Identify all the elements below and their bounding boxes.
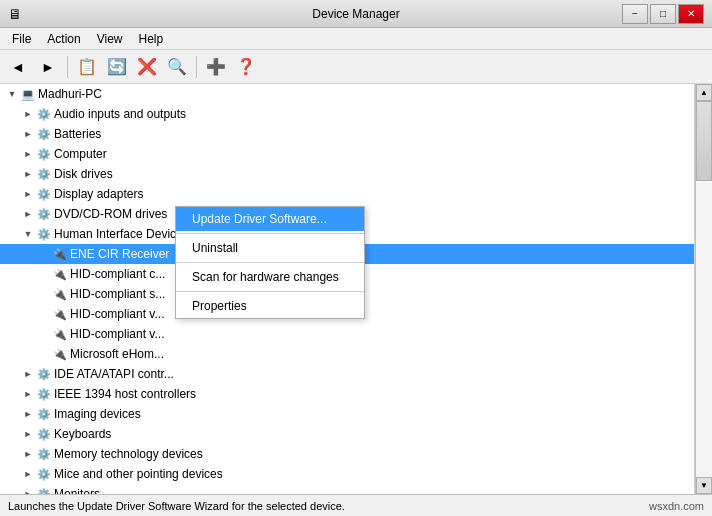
title-bar-controls: − □ ✕ (622, 4, 704, 24)
menu-help[interactable]: Help (131, 30, 172, 48)
label-mice: Mice and other pointing devices (54, 467, 223, 481)
icon-display: ⚙️ (36, 186, 52, 202)
tree-item-imaging[interactable]: ►⚙️Imaging devices (0, 404, 694, 424)
update-driver-button[interactable]: 🔄 (103, 53, 131, 81)
icon-hidc1: 🔌 (52, 266, 68, 282)
forward-button[interactable]: ► (34, 53, 62, 81)
expand-ieee[interactable]: ► (20, 386, 36, 402)
icon-hidv2: 🔌 (52, 326, 68, 342)
icon-keyboards: ⚙️ (36, 426, 52, 442)
expand-mice[interactable]: ► (20, 466, 36, 482)
menu-view[interactable]: View (89, 30, 131, 48)
icon-monitors: ⚙️ (36, 486, 52, 494)
expand-microsoft (36, 346, 52, 362)
scrollbar[interactable]: ▲ ▼ (695, 84, 712, 494)
menu-bar: File Action View Help (0, 28, 712, 50)
expand-ide[interactable]: ► (20, 366, 36, 382)
expand-memory[interactable]: ► (20, 446, 36, 462)
maximize-button[interactable]: □ (650, 4, 676, 24)
close-button[interactable]: ✕ (678, 4, 704, 24)
title-bar-left: 🖥 (8, 6, 22, 22)
icon-mice: ⚙️ (36, 466, 52, 482)
icon-imaging: ⚙️ (36, 406, 52, 422)
icon-ide: ⚙️ (36, 366, 52, 382)
tree-item-mice[interactable]: ►⚙️Mice and other pointing devices (0, 464, 694, 484)
tree-panel[interactable]: ▼💻Madhuri-PC►⚙️Audio inputs and outputs►… (0, 84, 695, 494)
menu-file[interactable]: File (4, 30, 39, 48)
tree-item-hidv2[interactable]: 🔌HID-compliant v... (0, 324, 694, 344)
expand-hidc2 (36, 286, 52, 302)
tree-item-madhuri[interactable]: ▼💻Madhuri-PC (0, 84, 694, 104)
icon-hidc2: 🔌 (52, 286, 68, 302)
scroll-up-button[interactable]: ▲ (696, 84, 712, 101)
icon-batteries: ⚙️ (36, 126, 52, 142)
expand-disk[interactable]: ► (20, 166, 36, 182)
expand-imaging[interactable]: ► (20, 406, 36, 422)
back-button[interactable]: ◄ (4, 53, 32, 81)
app-icon: 🖥 (8, 6, 22, 22)
expand-monitors[interactable]: ► (20, 486, 36, 494)
label-display: Display adapters (54, 187, 143, 201)
label-monitors: Monitors (54, 487, 100, 494)
tree-item-keyboards[interactable]: ►⚙️Keyboards (0, 424, 694, 444)
title-bar: 🖥 Device Manager − □ ✕ (0, 0, 712, 28)
tree-item-audio[interactable]: ►⚙️Audio inputs and outputs (0, 104, 694, 124)
ctx-scan[interactable]: Scan for hardware changes (176, 265, 364, 289)
scroll-track[interactable] (696, 101, 712, 477)
icon-microsoft: 🔌 (52, 346, 68, 362)
tree-item-microsoft[interactable]: 🔌Microsoft eHom... (0, 344, 694, 364)
toolbar-separator-1 (67, 56, 68, 78)
brand-label: wsxdn.com (649, 500, 704, 512)
add-hardware-button[interactable]: ➕ (202, 53, 230, 81)
label-microsoft: Microsoft eHom... (70, 347, 164, 361)
minimize-button[interactable]: − (622, 4, 648, 24)
label-disk: Disk drives (54, 167, 113, 181)
status-bar: Launches the Update Driver Software Wiza… (0, 494, 712, 516)
expand-computer[interactable]: ► (20, 146, 36, 162)
icon-madhuri: 💻 (20, 86, 36, 102)
label-keyboards: Keyboards (54, 427, 111, 441)
expand-display[interactable]: ► (20, 186, 36, 202)
tree-item-display[interactable]: ►⚙️Display adapters (0, 184, 694, 204)
window-title: Device Manager (312, 7, 399, 21)
scroll-down-button[interactable]: ▼ (696, 477, 712, 494)
ctx-update-driver[interactable]: Update Driver Software... (176, 207, 364, 231)
expand-hid[interactable]: ▼ (20, 226, 36, 242)
icon-audio: ⚙️ (36, 106, 52, 122)
icon-disk: ⚙️ (36, 166, 52, 182)
tree-item-memory[interactable]: ►⚙️Memory technology devices (0, 444, 694, 464)
label-audio: Audio inputs and outputs (54, 107, 186, 121)
label-hidv1: HID-compliant v... (70, 307, 164, 321)
icon-ieee: ⚙️ (36, 386, 52, 402)
expand-hidc1 (36, 266, 52, 282)
tree-item-disk[interactable]: ►⚙️Disk drives (0, 164, 694, 184)
expand-batteries[interactable]: ► (20, 126, 36, 142)
status-text: Launches the Update Driver Software Wiza… (8, 500, 345, 512)
expand-keyboards[interactable]: ► (20, 426, 36, 442)
tree-item-batteries[interactable]: ►⚙️Batteries (0, 124, 694, 144)
expand-dvd[interactable]: ► (20, 206, 36, 222)
scroll-thumb[interactable] (696, 101, 712, 181)
icon-computer: ⚙️ (36, 146, 52, 162)
ctx-uninstall[interactable]: Uninstall (176, 236, 364, 260)
label-madhuri: Madhuri-PC (38, 87, 102, 101)
icon-ene: 🔌 (52, 246, 68, 262)
tree-item-ide[interactable]: ►⚙️IDE ATA/ATAPI contr... (0, 364, 694, 384)
help-button[interactable]: ❓ (232, 53, 260, 81)
tree-item-computer[interactable]: ►⚙️Computer (0, 144, 694, 164)
expand-audio[interactable]: ► (20, 106, 36, 122)
label-ide: IDE ATA/ATAPI contr... (54, 367, 174, 381)
label-memory: Memory technology devices (54, 447, 203, 461)
tree-item-monitors[interactable]: ►⚙️Monitors (0, 484, 694, 494)
tree-item-ieee[interactable]: ►⚙️IEEE 1394 host controllers (0, 384, 694, 404)
toolbar: ◄ ► 📋 🔄 ❌ 🔍 ➕ ❓ (0, 50, 712, 84)
scan-button[interactable]: 🔍 (163, 53, 191, 81)
menu-action[interactable]: Action (39, 30, 88, 48)
properties-button[interactable]: 📋 (73, 53, 101, 81)
uninstall-button[interactable]: ❌ (133, 53, 161, 81)
expand-madhuri[interactable]: ▼ (4, 86, 20, 102)
ctx-separator-1 (176, 233, 364, 234)
label-ieee: IEEE 1394 host controllers (54, 387, 196, 401)
icon-hidv1: 🔌 (52, 306, 68, 322)
ctx-properties[interactable]: Properties (176, 294, 364, 318)
